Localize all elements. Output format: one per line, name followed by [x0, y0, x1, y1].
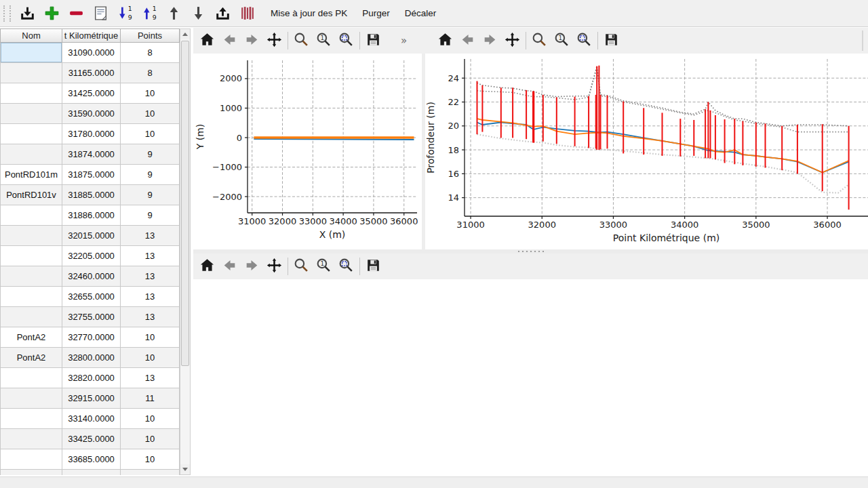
- cell-points[interactable]: 9: [121, 185, 180, 205]
- save-button[interactable]: [362, 255, 384, 278]
- home-button[interactable]: [196, 255, 218, 278]
- move-up-button[interactable]: [161, 2, 186, 25]
- toolbar-action-1[interactable]: Purger: [355, 2, 397, 25]
- paste-button[interactable]: [88, 2, 113, 25]
- empty-plot-canvas[interactable]: [193, 279, 868, 476]
- cell-points[interactable]: 8: [121, 43, 180, 63]
- back-button[interactable]: [218, 29, 241, 52]
- cell-pk[interactable]: 32820.0000: [62, 368, 121, 388]
- home-button[interactable]: [434, 29, 456, 52]
- cell-nom[interactable]: [0, 144, 62, 165]
- cell-pk[interactable]: 32800.0000: [62, 348, 121, 368]
- save-button[interactable]: [362, 29, 384, 52]
- toolbar-action-0[interactable]: Mise à jour des PK: [263, 2, 355, 25]
- cell-nom[interactable]: [0, 63, 62, 83]
- column-header-2[interactable]: Points: [121, 28, 180, 43]
- home-button[interactable]: [196, 29, 218, 52]
- column-header-0[interactable]: Nom: [0, 28, 62, 43]
- cell-points[interactable]: 11: [121, 388, 180, 409]
- remove-button[interactable]: [64, 2, 88, 25]
- cell-pk[interactable]: 32015.0000: [62, 226, 121, 246]
- zoom-button[interactable]: [290, 255, 313, 278]
- cell-points[interactable]: 9: [121, 165, 180, 185]
- cell-points[interactable]: 10: [121, 83, 180, 104]
- zoom-region-button[interactable]: [573, 29, 595, 52]
- cell-nom[interactable]: [0, 388, 62, 409]
- zoom-button[interactable]: [528, 29, 551, 52]
- cell-pk[interactable]: 33685.0000: [62, 449, 121, 470]
- cell-pk[interactable]: 31874.0000: [62, 144, 121, 165]
- cell-points[interactable]: 10: [121, 449, 180, 470]
- cell-nom[interactable]: [0, 83, 62, 104]
- back-button[interactable]: [218, 255, 241, 278]
- cell-points[interactable]: 13: [121, 246, 180, 266]
- sort-descending-button[interactable]: 19: [113, 2, 137, 25]
- cell-pk[interactable]: 31875.0000: [62, 165, 121, 185]
- back-button[interactable]: [456, 29, 479, 52]
- cell-nom[interactable]: [0, 124, 62, 144]
- column-header-1[interactable]: t Kilométrique: [62, 28, 121, 43]
- cell-pk[interactable]: 32655.0000: [62, 287, 121, 307]
- scroll-down-button[interactable]: [180, 464, 190, 474]
- zoom-one-button[interactable]: 1: [551, 29, 573, 52]
- cell-nom[interactable]: [0, 449, 62, 470]
- cell-points[interactable]: 10: [121, 409, 180, 429]
- zoom-button[interactable]: [290, 29, 313, 52]
- cell-pk[interactable]: 31165.0000: [62, 63, 121, 83]
- cell-pk[interactable]: 31780.0000: [62, 124, 121, 144]
- cell-points[interactable]: 10: [121, 348, 180, 368]
- depth-profile-plot-canvas[interactable]: 3100032000330003400035000360001416182022…: [425, 54, 868, 249]
- cell-pk[interactable]: 31886.0000: [62, 205, 121, 226]
- zoom-one-button[interactable]: 1: [313, 29, 335, 52]
- move-down-button[interactable]: [186, 2, 210, 25]
- cell-nom[interactable]: [0, 205, 62, 226]
- cell-points[interactable]: 13: [121, 266, 180, 287]
- cell-points[interactable]: 10: [121, 104, 180, 124]
- table-scrollbar[interactable]: [180, 28, 191, 475]
- cell-pk[interactable]: 32770.0000: [62, 327, 121, 348]
- pan-button[interactable]: [263, 255, 285, 278]
- forward-button[interactable]: [479, 29, 501, 52]
- cell-points[interactable]: 10: [121, 327, 180, 348]
- cell-pk[interactable]: 33140.0000: [62, 409, 121, 429]
- cell-pk[interactable]: 32915.0000: [62, 388, 121, 409]
- scroll-up-button[interactable]: [180, 29, 190, 39]
- cell-pk[interactable]: [62, 470, 121, 475]
- xy-plot-canvas[interactable]: 310003200033000340003500036000−2000−1000…: [193, 54, 422, 249]
- cell-nom[interactable]: [0, 470, 62, 475]
- pan-button[interactable]: [501, 29, 524, 52]
- cell-points[interactable]: 9: [121, 144, 180, 165]
- zoom-region-button[interactable]: [335, 29, 357, 52]
- cell-points[interactable]: 10: [121, 124, 180, 144]
- cell-points[interactable]: 10: [121, 429, 180, 449]
- cell-nom[interactable]: [0, 429, 62, 449]
- cell-nom[interactable]: PontA2: [0, 327, 62, 348]
- cell-pk[interactable]: 31425.0000: [62, 83, 121, 104]
- profiles-button[interactable]: [235, 2, 259, 25]
- forward-button[interactable]: [241, 255, 263, 278]
- cell-pk[interactable]: 32460.0000: [62, 266, 121, 287]
- cell-pk[interactable]: 32205.0000: [62, 246, 121, 266]
- cell-points[interactable]: 9: [121, 205, 180, 226]
- zoom-region-button[interactable]: [335, 255, 357, 278]
- sort-ascending-button[interactable]: 19: [137, 2, 161, 25]
- import-button[interactable]: [15, 2, 39, 25]
- cell-nom[interactable]: PontRD101m: [0, 165, 62, 185]
- cell-nom[interactable]: [0, 409, 62, 429]
- cell-points[interactable]: 13: [121, 307, 180, 327]
- cell-nom[interactable]: [0, 368, 62, 388]
- cell-nom[interactable]: [0, 104, 62, 124]
- cell-nom[interactable]: [0, 43, 62, 63]
- cell-pk[interactable]: 32755.0000: [62, 307, 121, 327]
- forward-button[interactable]: [241, 29, 263, 52]
- pan-button[interactable]: [263, 29, 285, 52]
- cell-nom[interactable]: PontRD101v: [0, 185, 62, 205]
- cell-points[interactable]: 8: [121, 63, 180, 83]
- cell-points[interactable]: [121, 470, 180, 475]
- toolbar-overflow-button[interactable]: »: [397, 34, 411, 47]
- toolbar-drag-handle[interactable]: [3, 5, 11, 22]
- zoom-one-button[interactable]: 1: [313, 255, 335, 278]
- cell-nom[interactable]: [0, 307, 62, 327]
- save-button[interactable]: [600, 29, 623, 52]
- cell-points[interactable]: 13: [121, 226, 180, 246]
